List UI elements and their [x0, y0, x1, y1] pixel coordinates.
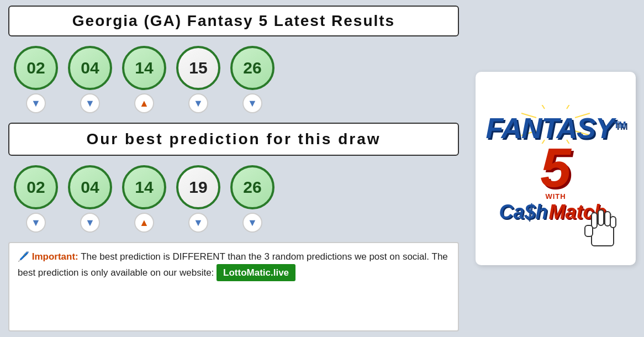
notice-box: 🖊️ Important: The best prediction is DIF… [8, 242, 459, 331]
arrow-icon: ▼ [242, 213, 262, 233]
arrow-icon: ▲ [134, 93, 154, 113]
prediction-label: Our best prediction for this draw [8, 123, 459, 156]
arrow-icon: ▼ [26, 93, 46, 113]
notice-icon: 🖊️ [18, 251, 29, 262]
hand-cursor-icon [580, 204, 625, 254]
title-text: Georgia (GA) Fantasy 5 Latest Results [72, 12, 395, 29]
important-label: Important: [32, 251, 78, 262]
ball-number: 02 [14, 165, 58, 209]
ball-number: 15 [176, 46, 220, 90]
arrow-icon: ▼ [80, 93, 100, 113]
ball-number: 14 [122, 165, 166, 209]
arrow-icon: ▼ [188, 213, 208, 233]
ball-number: 04 [68, 46, 112, 90]
svg-rect-12 [605, 212, 610, 226]
ball-number: 26 [230, 46, 275, 90]
title-bar: Georgia (GA) Fantasy 5 Latest Results [8, 6, 459, 36]
svg-rect-11 [598, 210, 604, 225]
arrow-icon: ▼ [80, 213, 100, 233]
ball-container: 19▼ [176, 165, 220, 233]
ball-container: 04▼ [68, 46, 112, 113]
svg-rect-10 [592, 213, 597, 228]
left-panel: Georgia (GA) Fantasy 5 Latest Results 02… [0, 0, 467, 337]
cta-button[interactable]: LottoMatic.live [217, 264, 295, 282]
logo-area[interactable]: FANTASYTM 5 WITH Ca$h Match ® [476, 72, 636, 265]
svg-rect-13 [610, 217, 616, 228]
ball-number: 04 [68, 165, 112, 209]
ball-container: 26▼ [230, 165, 275, 233]
svg-rect-14 [585, 225, 593, 236]
ball-number: 26 [230, 165, 275, 209]
svg-line-5 [536, 105, 545, 109]
main-container: Georgia (GA) Fantasy 5 Latest Results 02… [0, 0, 644, 337]
ball-container: 04▼ [68, 165, 112, 233]
svg-line-1 [567, 105, 575, 109]
ball-container: 26▼ [230, 46, 275, 113]
arrow-icon: ▼ [188, 93, 208, 113]
arrow-icon: ▼ [26, 213, 46, 233]
logo-cash-text: Ca$h [499, 201, 548, 224]
tm-mark: TM [614, 120, 625, 129]
logo-five-text: 5 [540, 143, 571, 192]
ball-container: 02▼ [14, 165, 58, 233]
ball-container: 15▼ [176, 46, 220, 113]
ball-number: 19 [176, 165, 220, 209]
prediction-draw-row: 02▼04▼14▲19▼26▼ [8, 162, 459, 235]
ball-container: 14▲ [122, 46, 166, 113]
arrow-icon: ▼ [242, 93, 262, 113]
ball-number: 02 [14, 46, 58, 90]
arrow-icon: ▲ [134, 213, 154, 233]
ball-container: 14▲ [122, 165, 166, 233]
prediction-label-text: Our best prediction for this draw [86, 130, 381, 148]
right-panel: FANTASYTM 5 WITH Ca$h Match ® [467, 0, 644, 337]
ball-container: 02▼ [14, 46, 58, 113]
ball-number: 14 [122, 46, 166, 90]
latest-draw-row: 02▼04▼14▲15▼26▼ [8, 43, 459, 116]
